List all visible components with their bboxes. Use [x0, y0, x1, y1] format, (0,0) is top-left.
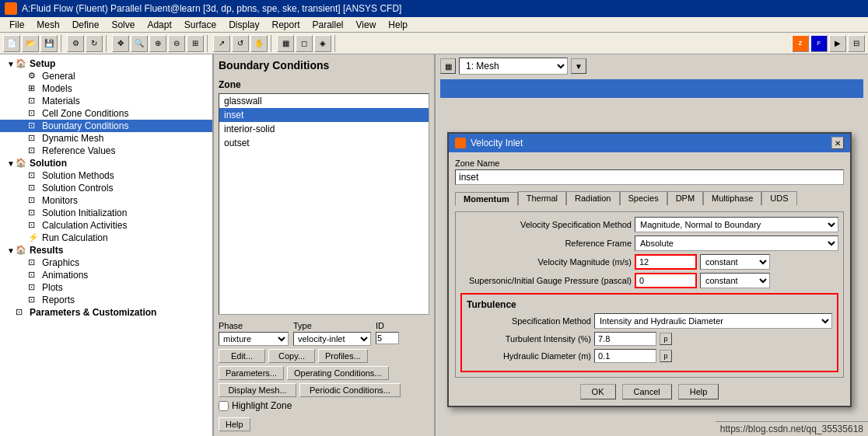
tab-thermal[interactable]: Thermal — [518, 191, 566, 205]
hydraulic-diam-p-button[interactable]: p — [660, 350, 672, 362]
zone-item-outset[interactable]: outset — [219, 136, 429, 150]
probe-btn[interactable]: ◈ — [314, 35, 331, 52]
tree-item-solution[interactable]: ▼🏠Solution — [0, 157, 212, 169]
menu-item-view[interactable]: View — [350, 18, 383, 32]
menu-item-surface[interactable]: Surface — [178, 18, 222, 32]
parameters-button[interactable]: Parameters... — [219, 366, 284, 380]
tree-item-monitors[interactable]: ⊡Monitors — [0, 194, 212, 207]
tree-item-setup[interactable]: ▼🏠Setup — [0, 58, 212, 70]
mesh-dropdown-arrow[interactable]: ▼ — [571, 58, 586, 74]
dialog-help-button[interactable]: Help — [678, 384, 719, 399]
tree-icon: 🏠 — [16, 245, 28, 256]
zone-list[interactable]: glasswallinsetinterior-solidoutset — [219, 93, 429, 315]
zone-item-inset[interactable]: inset — [219, 108, 429, 122]
velocity-mag-input[interactable] — [635, 254, 697, 270]
menu-item-report[interactable]: Report — [265, 18, 306, 32]
view-btn[interactable]: ◻ — [296, 35, 313, 52]
tab-multiphase[interactable]: Multiphase — [703, 191, 761, 205]
tree-item-graphics[interactable]: ⊡Graphics — [0, 256, 212, 269]
tab-species[interactable]: Species — [620, 191, 667, 205]
zoom-in-btn[interactable]: ⊕ — [149, 35, 166, 52]
turb-int-p-button[interactable]: p — [660, 333, 672, 345]
tab-uds[interactable]: UDS — [761, 191, 796, 205]
close-button[interactable]: ✕ — [831, 137, 844, 149]
ok-button[interactable]: OK — [580, 384, 616, 399]
menu-item-define[interactable]: Define — [66, 18, 106, 32]
tree-item-run-calculation[interactable]: ⚡Run Calculation — [0, 232, 212, 244]
tree-item-solution-methods[interactable]: ⊡Solution Methods — [0, 169, 212, 182]
tab-dpm[interactable]: DPM — [667, 191, 703, 205]
pan-btn[interactable]: ✋ — [250, 35, 268, 52]
id-input[interactable] — [376, 332, 399, 344]
move-btn[interactable]: ✥ — [112, 35, 129, 52]
save-btn[interactable]: 💾 — [40, 35, 58, 52]
display-mesh-button[interactable]: Display Mesh... — [219, 383, 296, 397]
tree-item-reports[interactable]: ⊡Reports — [0, 294, 212, 306]
hydraulic-diam-input[interactable] — [594, 349, 656, 363]
tree-toggle[interactable]: ▼ — [6, 246, 16, 255]
display-btn[interactable]: ▦ — [277, 35, 294, 52]
tree-item-solution-controls[interactable]: ⊡Solution Controls — [0, 182, 212, 194]
edit-button[interactable]: Edit... — [219, 349, 265, 363]
new-btn[interactable]: 📄 — [3, 35, 20, 52]
tree-item-models[interactable]: ⊞Models — [0, 82, 212, 95]
tree-item-parameters-and-customization[interactable]: ⊡Parameters & Customization — [0, 306, 212, 319]
tab-radiation[interactable]: Radiation — [566, 191, 619, 205]
profiles-button[interactable]: Profiles... — [318, 349, 368, 363]
tree-item-results[interactable]: ▼🏠Results — [0, 244, 212, 256]
menu-item-help[interactable]: Help — [382, 18, 414, 32]
fluent-icon-btn[interactable]: F — [810, 35, 828, 52]
periodic-conditions-button[interactable]: Periodic Conditions... — [299, 383, 401, 397]
tree-item-reference-values[interactable]: ⊡Reference Values — [0, 145, 212, 157]
velocity-spec-select[interactable]: Magnitude, Normal to Boundary — [635, 217, 838, 232]
turb-int-input[interactable] — [594, 332, 656, 346]
supersonic-input[interactable] — [635, 273, 697, 288]
menu-item-adapt[interactable]: Adapt — [141, 18, 177, 32]
supersonic-const[interactable]: constant — [700, 273, 770, 288]
menu-item-mesh[interactable]: Mesh — [30, 18, 65, 32]
operating-conditions-button[interactable]: Operating Conditions... — [287, 366, 389, 380]
tree-toggle[interactable]: ▼ — [6, 60, 16, 68]
ansys-icon-btn[interactable]: Z — [792, 35, 809, 52]
copy-button[interactable]: Copy... — [268, 349, 315, 363]
menu-item-display[interactable]: Display — [222, 18, 265, 32]
tree-item-solution-initialization[interactable]: ⊡Solution Initialization — [0, 207, 212, 219]
mesh-icon[interactable]: ▦ — [440, 58, 456, 74]
type-select[interactable]: velocity-inlet — [293, 332, 371, 346]
zoom-btn[interactable]: 🔍 — [131, 35, 148, 52]
fit-btn[interactable]: ⊞ — [187, 35, 204, 52]
tree-item-dynamic-mesh[interactable]: ⊡Dynamic Mesh — [0, 132, 212, 145]
mesh-icon-btn[interactable]: ⊟ — [848, 35, 865, 52]
refresh-btn[interactable]: ↻ — [86, 35, 103, 52]
rotate-btn[interactable]: ↺ — [232, 35, 249, 52]
highlight-zone-checkbox[interactable] — [219, 401, 229, 411]
mesh-dropdown[interactable]: 1: Mesh — [459, 58, 568, 75]
tree-item-cell-zone-conditions[interactable]: ⊡Cell Zone Conditions — [0, 107, 212, 120]
tree-item-boundary-conditions[interactable]: ⊡Boundary Conditions — [0, 120, 212, 132]
menu-item-solve[interactable]: Solve — [105, 18, 141, 32]
cancel-button[interactable]: Cancel — [622, 384, 672, 399]
tree-item-plots[interactable]: ⊡Plots — [0, 281, 212, 294]
settings-btn[interactable]: ⚙ — [67, 35, 84, 52]
tree-item-calculation-activities[interactable]: ⊡Calculation Activities — [0, 219, 212, 232]
open-btn[interactable]: 📂 — [22, 35, 39, 52]
zone-item-interior-solid[interactable]: interior-solid — [219, 122, 429, 136]
spec-method-select[interactable]: Intensity and Hydraulic Diameter — [594, 313, 832, 329]
menu-item-file[interactable]: File — [3, 18, 30, 32]
reference-frame-select[interactable]: Absolute — [635, 235, 838, 251]
zoom-out-btn[interactable]: ⊖ — [168, 35, 185, 52]
select-btn[interactable]: ↗ — [213, 35, 230, 52]
left-panel: ▼🏠Setup⚙General⊞Models⊡Materials⊡Cell Zo… — [0, 54, 214, 436]
zone-name-input[interactable] — [455, 169, 844, 185]
menu-item-parallel[interactable]: Parallel — [306, 18, 350, 32]
tree-item-general[interactable]: ⚙General — [0, 70, 212, 82]
tree-item-animations[interactable]: ⊡Animations — [0, 269, 212, 281]
cfd-icon-btn[interactable]: ▶ — [829, 35, 846, 52]
velocity-mag-const[interactable]: constant — [700, 254, 770, 270]
tree-toggle[interactable]: ▼ — [6, 159, 16, 168]
zone-item-glasswall[interactable]: glasswall — [219, 94, 429, 108]
tab-momentum[interactable]: Momentum — [455, 192, 518, 206]
tree-item-materials[interactable]: ⊡Materials — [0, 95, 212, 107]
help-button[interactable]: Help — [219, 417, 250, 431]
phase-select[interactable]: mixture — [219, 332, 289, 346]
